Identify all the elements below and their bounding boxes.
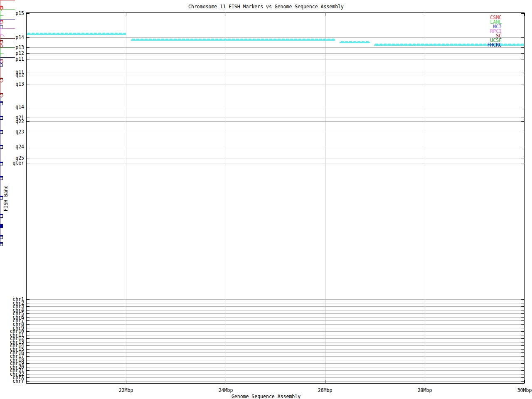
legend-sample-marker-fhcrc	[0, 64, 3, 66]
legend-sample-capl-fhcrc	[0, 58, 0, 61]
legend-sample-capl-rpci	[0, 29, 0, 32]
legend-sample-marker-lanl-h	[0, 15, 4, 16]
legend-sample-line-rpci	[0, 28, 15, 29]
legend-sample-marker-lanl	[0, 15, 4, 19]
legend-sample-capl-sc	[0, 39, 0, 42]
legend-sample-capr-csmc	[0, 3, 0, 6]
legend-sample-line-fhcrc	[0, 57, 15, 58]
legend-sample-line-lanl	[0, 9, 15, 10]
legend-sample-line-csmc	[0, 0, 15, 0]
legend-sample-capl-csmc	[0, 0, 0, 3]
legend-sample-capr-nci	[0, 22, 0, 25]
chart-canvas: Chromosome 11 FISH Markers vs Genome Seq…	[0, 0, 532, 399]
legend-sample-line-ucsf	[0, 47, 15, 48]
legend-sample-capl-nci	[0, 20, 0, 22]
legend-sample-capl-ucsf	[0, 48, 0, 51]
legend-sample-marker-ucsf	[0, 54, 4, 57]
legend-sample-capr-sc	[0, 42, 0, 44]
legend-sample-line-nci	[0, 19, 15, 20]
legend-sample-capl-lanl	[0, 10, 0, 12]
legend-sample-marker-nci	[0, 25, 3, 28]
legend-sample-capr-rpci	[0, 32, 0, 34]
legend-sample-capr-fhcrc	[0, 61, 0, 64]
legend-sample-capr-lanl	[0, 12, 0, 15]
legend: CSMCLANLNCIRPCISCUCSFFHCRC	[0, 0, 532, 399]
legend-sample-marker-ucsf-h	[0, 54, 4, 54]
legend-label-fhcrc: FHCRC	[457, 43, 502, 47]
legend-sample-capr-ucsf	[0, 51, 0, 54]
legend-label-rpci: RPCI	[457, 29, 502, 34]
